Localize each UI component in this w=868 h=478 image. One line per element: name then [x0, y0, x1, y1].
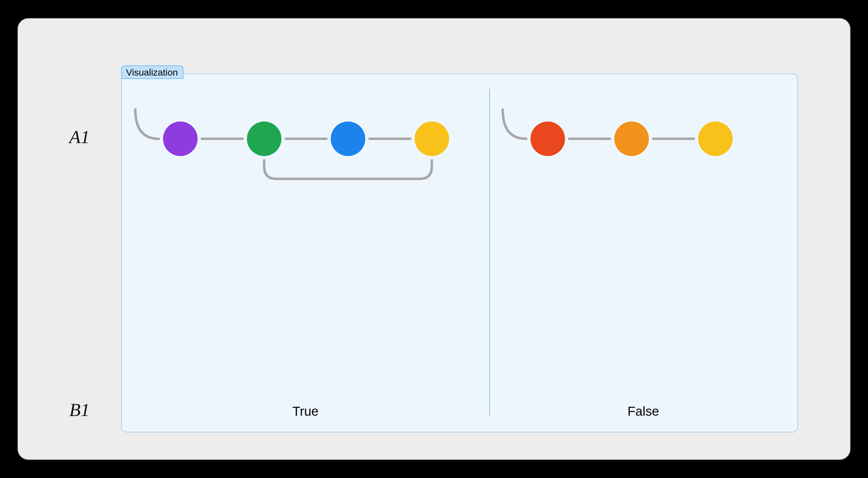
right-panel-label: False	[489, 404, 798, 419]
node-n-yellow2	[698, 121, 733, 156]
visualization-panel: Visualization True False	[121, 73, 798, 432]
entry-arrow	[503, 110, 526, 139]
node-n-red	[530, 121, 565, 156]
row-label-a1: A1	[58, 126, 101, 148]
node-n-purple	[163, 121, 197, 156]
node-n-green	[247, 121, 281, 156]
loop-back-arrow	[264, 160, 432, 179]
entry-arrow	[135, 110, 159, 139]
node-n-blue	[331, 121, 365, 156]
node-n-yellow	[414, 121, 449, 156]
row-label-b1: B1	[58, 399, 101, 421]
node-n-orange	[614, 121, 649, 156]
diagram-svg	[122, 74, 798, 432]
left-panel-label: True	[122, 404, 489, 419]
slide-card: A1 B1 Visualization True False	[17, 18, 851, 460]
